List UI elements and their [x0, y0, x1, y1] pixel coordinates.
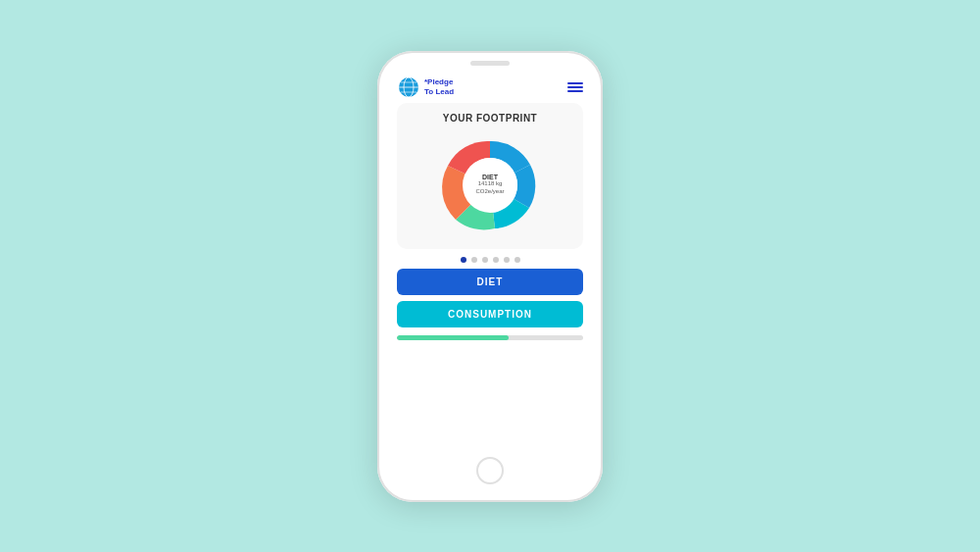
carousel-dots [387, 257, 593, 263]
donut-value: 14118 kg [478, 180, 503, 188]
diet-button[interactable]: DIET [397, 269, 583, 295]
donut-chart: DIET 14118 kg CO2e/year [426, 131, 554, 239]
logo: *Pledge To Lead [397, 75, 454, 99]
footprint-card: YOUR FOOTPRINT [397, 103, 583, 249]
dot-2[interactable] [471, 257, 477, 263]
donut-unit: CO2e/year [475, 188, 504, 196]
hamburger-menu-icon[interactable] [567, 82, 583, 92]
phone-bottom-bar [476, 451, 504, 502]
phone-top-bar [377, 51, 603, 66]
progress-bar-fill [397, 335, 509, 340]
phone-screen: *Pledge To Lead YOUR FOOTPRINT [387, 70, 593, 451]
phone-speaker [470, 61, 510, 66]
logo-text: *Pledge To Lead [424, 77, 454, 96]
phone-mockup: *Pledge To Lead YOUR FOOTPRINT [377, 51, 603, 502]
dot-1[interactable] [461, 257, 466, 263]
consumption-button[interactable]: CONSUMPTION [397, 301, 583, 327]
card-title: YOUR FOOTPRINT [443, 113, 537, 124]
donut-center-label: DIET 14118 kg CO2e/year [464, 158, 517, 212]
donut-category: DIET [482, 174, 498, 180]
home-button[interactable] [476, 457, 504, 484]
logo-globe-icon [397, 75, 420, 99]
dot-4[interactable] [493, 257, 499, 263]
dot-6[interactable] [514, 257, 520, 263]
progress-bar [397, 335, 583, 340]
app-header: *Pledge To Lead [387, 70, 593, 103]
dot-5[interactable] [504, 257, 510, 263]
dot-3[interactable] [482, 257, 488, 263]
